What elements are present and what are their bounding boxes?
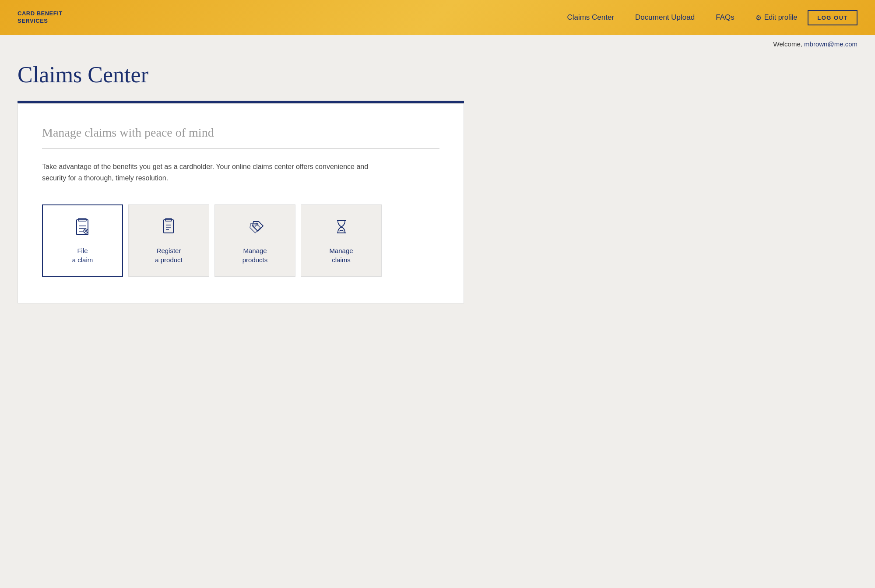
card-description: Take advantage of the benefits you get a… xyxy=(42,161,392,183)
svg-rect-0 xyxy=(77,220,88,235)
tile-manage-claims-label: Manageclaims xyxy=(329,246,353,264)
main-content: Claims Center Manage claims with peace o… xyxy=(0,53,481,330)
gear-icon: ⚙ xyxy=(756,14,762,22)
svg-rect-6 xyxy=(164,220,173,233)
tiles-container: Filea claim Registera product xyxy=(42,204,439,277)
tile-file-claim-label: Filea claim xyxy=(72,246,93,264)
tile-register-product-label: Registera product xyxy=(155,246,183,264)
welcome-email-link[interactable]: mbrown@me.com xyxy=(804,40,857,48)
manage-claims-icon xyxy=(330,217,353,240)
file-claim-icon xyxy=(71,217,94,240)
card-heading: Manage claims with peace of mind xyxy=(42,126,439,140)
main-nav: Claims Center Document Upload FAQs xyxy=(567,13,734,22)
manage-products-icon xyxy=(244,217,267,240)
register-product-icon xyxy=(158,217,180,240)
card-divider xyxy=(42,148,439,149)
nav-faqs[interactable]: FAQs xyxy=(716,13,734,22)
welcome-bar: Welcome, mbrown@me.com xyxy=(0,35,875,53)
edit-profile-link[interactable]: ⚙ Edit profile xyxy=(756,14,798,22)
main-card: Manage claims with peace of mind Take ad… xyxy=(18,103,464,303)
nav-claims-center[interactable]: Claims Center xyxy=(567,13,614,22)
header: CARD BENEFIT SERVICES Claims Center Docu… xyxy=(0,0,875,35)
tile-file-claim[interactable]: Filea claim xyxy=(42,204,123,277)
tile-manage-products-label: Manageproducts xyxy=(242,246,268,264)
tile-manage-products[interactable]: Manageproducts xyxy=(214,204,295,277)
svg-point-12 xyxy=(253,225,255,227)
logout-button[interactable]: LOG OUT xyxy=(808,10,857,25)
tile-manage-claims[interactable]: Manageclaims xyxy=(301,204,382,277)
tile-register-product[interactable]: Registera product xyxy=(128,204,209,277)
page-title: Claims Center xyxy=(18,62,464,88)
nav-document-upload[interactable]: Document Upload xyxy=(635,13,695,22)
brand-logo: CARD BENEFIT SERVICES xyxy=(18,10,63,25)
welcome-text: Welcome, xyxy=(773,40,805,48)
